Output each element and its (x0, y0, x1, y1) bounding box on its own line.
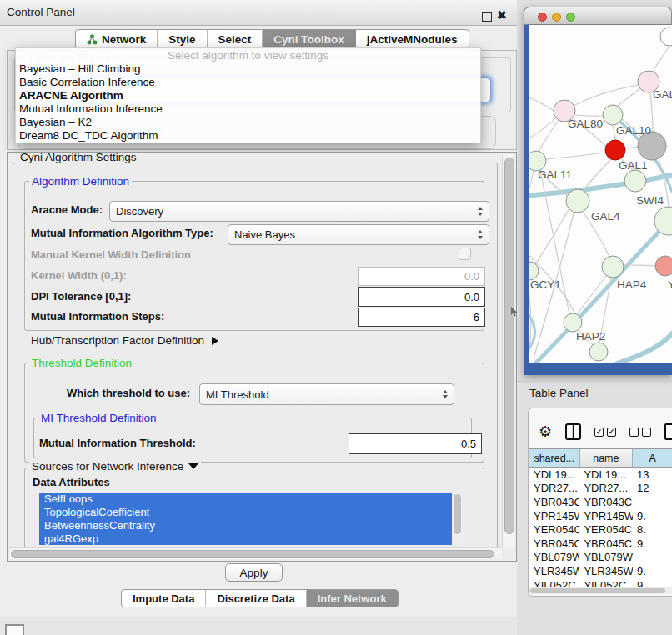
table-row[interactable]: YBR043CYBR043C (529, 495, 672, 509)
algorithm-option-bayesian-hill-climbing[interactable]: Bayesian – Hill Climbing (16, 62, 480, 76)
table-row[interactable]: YER054CYER054C8. (529, 522, 672, 537)
attribute-item-topologicalcoefficient[interactable]: TopologicalCoefficient (39, 506, 463, 519)
tab-discretize-data[interactable]: Discretize Data (206, 590, 306, 607)
control-panel-window: Control Panel ✖ NetworkStyleSelectCyni T… (0, 0, 518, 618)
table-cell: YBR043C (579, 496, 633, 508)
network-node[interactable] (589, 342, 608, 361)
which-threshold-combobox[interactable]: MI Threshold (199, 383, 454, 405)
minimize-traffic-light-icon[interactable] (552, 12, 561, 22)
apply-button[interactable]: Apply (225, 563, 283, 582)
column-header-name[interactable]: name (580, 449, 634, 468)
settings-vscroll-thumb[interactable] (504, 158, 514, 534)
split-columns-icon[interactable] (565, 423, 581, 440)
tab-select[interactable]: Select (208, 30, 263, 48)
tab-network[interactable]: Network (76, 30, 158, 48)
table-row[interactable]: YDR27...YDR27...12 (529, 482, 672, 496)
combo-spinner-icon (443, 390, 448, 399)
settings-hscroll-thumb[interactable] (11, 550, 494, 558)
node-label-gcy1: GCY1 (530, 278, 561, 291)
network-edge (529, 170, 534, 204)
table-row[interactable]: YBR045CYBR045C9. (529, 537, 672, 551)
table-row[interactable]: YLR345WYLR345W9. (529, 564, 672, 578)
network-node-hap4[interactable] (602, 256, 624, 278)
table-cell: 13 (633, 468, 672, 481)
data-attributes-list[interactable]: SelfLoopsTopologicalCoefficientBetweenne… (39, 492, 463, 545)
node-attribute-table[interactable]: shared...nameA YDL19...YDL19...13YDR27..… (529, 448, 672, 588)
tab-style[interactable]: Style (158, 30, 207, 48)
attributes-scrollbar-thumb[interactable] (454, 494, 461, 534)
attribute-item-selfloops[interactable]: SelfLoops (39, 492, 463, 506)
algorithm-option-basic-correlation-inference[interactable]: Basic Correlation Inference (16, 76, 480, 89)
table-cell: YBR043C (529, 496, 579, 508)
manual-kernel-width-checkbox[interactable] (459, 248, 471, 260)
attribute-item-gal4rgexp[interactable]: gal4RGexp (39, 532, 463, 545)
attributes-scrollbar[interactable] (452, 492, 463, 545)
table-body: YDL19...YDL19...13YDR27...YDR27...12YBR0… (529, 468, 672, 588)
table-panel-toolbar: ⚙✓✓ (539, 421, 672, 442)
algorithm-option-dream8-dc-tdc-algorithm[interactable]: Dream8 DC_TDC Algorithm (16, 129, 480, 142)
table-cell: 8. (633, 523, 672, 536)
algorithm-option-mutual-information-inference[interactable]: Mutual Information Inference (16, 102, 480, 116)
tab-label: Discretize Data (217, 592, 294, 605)
node-label-gal10: GAL10 (616, 124, 651, 137)
kernel-width-field[interactable]: 0.0 (358, 267, 485, 286)
minimized-panel-icon[interactable] (5, 624, 24, 635)
select-all-checkboxes-icon[interactable]: ✓✓ (594, 428, 616, 437)
checkbox-glyph (629, 428, 639, 437)
tab-infer-network[interactable]: Infer Network (307, 590, 398, 607)
zoom-traffic-light-icon[interactable] (566, 12, 575, 22)
network-node-y[interactable] (655, 256, 672, 276)
algorithm-option-bayesian-k2[interactable]: Bayesian – K2 (16, 116, 480, 129)
table-hscroll-thumb[interactable] (530, 588, 665, 594)
aracne-mode-value: Discovery (116, 205, 163, 218)
close-icon[interactable]: ✖ (497, 8, 507, 22)
column-header-a[interactable]: A (633, 449, 672, 468)
table-header-row: shared...nameA (529, 449, 672, 468)
mi-steps-field[interactable]: 6 (358, 308, 485, 327)
float-window-icon[interactable] (482, 12, 492, 22)
mi-threshold-field[interactable]: 0.5 (349, 433, 482, 454)
network-node[interactable] (660, 28, 672, 46)
tab-impute-data[interactable]: Impute Data (122, 590, 206, 607)
collapse-down-icon (188, 463, 198, 469)
control-panel-title: Control Panel (7, 6, 75, 18)
deselect-all-checkboxes-icon[interactable] (629, 428, 651, 437)
network-node-hap2[interactable] (564, 313, 582, 332)
table-row[interactable]: YBL079WYBL079W (529, 551, 672, 565)
table-row[interactable]: YDL19...YDL19...13 (529, 468, 672, 482)
dpi-tolerance-field[interactable]: 0.0 (358, 287, 485, 307)
combo-spinner-icon (478, 207, 483, 216)
network-node-gal4[interactable] (566, 189, 589, 212)
sources-group-title[interactable]: Sources for Network Inference (29, 460, 201, 472)
table-panel-title: Table Panel (529, 387, 589, 399)
network-canvas[interactable]: GALGAL80GAL10GAL1GAL11GAL4SWI4GCY1HAP4YH… (529, 25, 672, 363)
settings-horizontal-scrollbar[interactable] (9, 548, 502, 559)
tab-jactivemnodules[interactable]: jActiveMNodules (356, 30, 469, 48)
gear-icon[interactable]: ⚙ (539, 424, 552, 439)
algorithm-option-aracne-algorithm[interactable]: ARACNE Algorithm (16, 89, 480, 102)
column-header-shared[interactable]: shared... (529, 449, 580, 468)
mouse-cursor (509, 306, 519, 318)
table-cell: 9. (633, 538, 672, 550)
attribute-item-betweennesscentrality[interactable]: BetweennessCentrality (39, 519, 463, 532)
network-node[interactable] (624, 170, 646, 192)
network-node-gal10[interactable] (603, 105, 623, 125)
combo-spinner-icon (478, 230, 483, 239)
settings-vertical-scrollbar[interactable] (502, 154, 514, 548)
network-edge (625, 147, 639, 148)
network-node-gal1[interactable] (605, 140, 625, 160)
tab-label: Network (102, 33, 146, 46)
network-edge (574, 85, 639, 106)
table-row[interactable]: YPR145WYPR145W9. (529, 509, 672, 523)
close-traffic-light-icon[interactable] (538, 12, 547, 22)
network-icon (87, 34, 98, 45)
hub-definition-expander[interactable]: Hub/Transcription Factor Definition (31, 334, 218, 348)
network-node-gcy1[interactable] (529, 262, 539, 280)
tab-label: Style (168, 33, 195, 46)
desktop-strip (0, 618, 517, 635)
node-label-swi4: SWI4 (636, 194, 664, 207)
mi-algorithm-type-combobox[interactable]: Naive Bayes (228, 224, 489, 245)
document-icon[interactable] (664, 423, 672, 440)
aracne-mode-combobox[interactable]: Discovery (109, 201, 489, 222)
tab-cyni-toolbox[interactable]: Cyni Toolbox (263, 30, 356, 48)
